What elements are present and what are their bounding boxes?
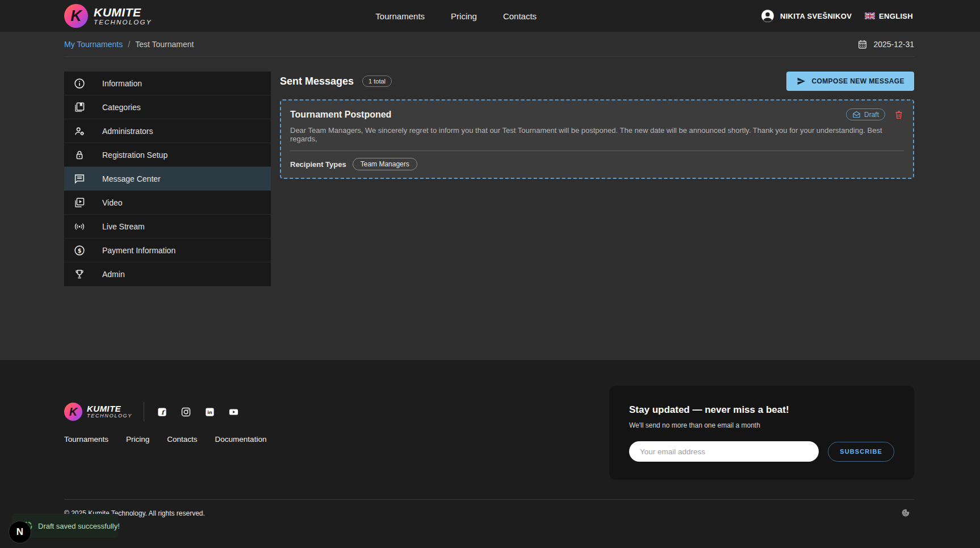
card-divider <box>290 150 904 151</box>
message-count-badge: 1 total <box>362 76 392 87</box>
sidebar-item-video[interactable]: Video <box>64 191 271 215</box>
dev-badge-letter: N <box>16 526 23 538</box>
tournament-date: 2025-12-31 <box>857 39 914 50</box>
sidebar-item-admin[interactable]: Admin <box>64 262 271 286</box>
breadcrumb: My Tournaments / Test Tournament <box>64 40 194 49</box>
sidebar-item-payment-information[interactable]: $ Payment Information <box>64 239 271 262</box>
content-area: Information Categories Administrators Re… <box>0 57 980 360</box>
broadcast-icon <box>73 220 86 233</box>
uk-flag-icon <box>865 12 875 19</box>
footer-brand-name: KUMITE <box>87 404 132 413</box>
info-icon <box>73 77 86 90</box>
footer-link-pricing[interactable]: Pricing <box>126 435 149 444</box>
brand-k-letter: K <box>69 405 77 419</box>
nav-link-contacts[interactable]: Contacts <box>503 11 537 21</box>
calendar-icon <box>857 39 868 50</box>
linkedin-icon[interactable]: in <box>204 407 215 417</box>
breadcrumb-separator: / <box>128 40 130 49</box>
sidebar-item-label: Video <box>102 198 123 207</box>
newsletter-title: Stay updated — never miss a beat! <box>629 404 894 416</box>
user-area: NIKITA SVEŠNIKOV ENGLISH <box>760 9 913 23</box>
language-label: ENGLISH <box>879 12 913 20</box>
svg-text:$: $ <box>78 247 82 253</box>
facebook-icon[interactable]: f <box>157 407 167 417</box>
top-navbar: K KUMITE TECHNOLOGY Tournaments Pricing … <box>0 0 980 32</box>
compose-button-label: COMPOSE NEW MESSAGE <box>811 77 904 85</box>
sidebar-item-information[interactable]: Information <box>64 72 271 95</box>
dev-tools-badge[interactable]: N <box>9 521 31 543</box>
brand-k-letter: K <box>70 7 82 25</box>
video-library-icon <box>73 196 86 209</box>
footer-divider <box>64 499 914 500</box>
brand-tagline: TECHNOLOGY <box>94 19 152 26</box>
sidebar-item-categories[interactable]: Categories <box>64 95 271 119</box>
main-header: Sent Messages 1 total COMPOSE NEW MESSAG… <box>280 72 914 91</box>
footer-left: K KUMITE TECHNOLOGY f in <box>64 402 266 444</box>
chat-icon <box>73 173 86 185</box>
sidebar-item-label: Payment Information <box>102 246 175 255</box>
brand-logo[interactable]: K KUMITE TECHNOLOGY <box>64 4 152 28</box>
manage-accounts-icon <box>73 125 86 137</box>
message-center-panel: Sent Messages 1 total COMPOSE NEW MESSAG… <box>280 72 914 360</box>
sidebar-item-label: Live Stream <box>102 222 145 231</box>
sidebar-item-label: Administrators <box>102 127 153 136</box>
tournament-sidebar: Information Categories Administrators Re… <box>64 72 271 286</box>
footer-link-tournaments[interactable]: Tournaments <box>64 435 108 444</box>
brand-text: KUMITE TECHNOLOGY <box>94 6 152 26</box>
draft-status-badge: Draft <box>846 108 885 120</box>
sidebar-item-administrators[interactable]: Administrators <box>64 119 271 143</box>
instagram-icon[interactable] <box>181 407 191 417</box>
page-title: Sent Messages <box>280 76 354 87</box>
sidebar-item-label: Admin <box>102 270 125 279</box>
sidebar-item-label: Message Center <box>102 174 161 183</box>
sidebar-item-label: Categories <box>102 103 141 112</box>
newsletter-subtitle: We'll send no more than one email a mont… <box>629 421 894 429</box>
copyright-text: © 2025 Kumite Technology. All rights res… <box>64 509 914 517</box>
footer-link-contacts[interactable]: Contacts <box>167 435 197 444</box>
footer-link-documentation[interactable]: Documentation <box>215 435 267 444</box>
draft-message-card[interactable]: Tournament Postponed Draft Dear Team Man… <box>280 99 914 179</box>
delete-message-button[interactable] <box>894 110 904 120</box>
sidebar-item-live-stream[interactable]: Live Stream <box>64 215 271 239</box>
breadcrumb-parent-link[interactable]: My Tournaments <box>64 40 123 49</box>
recipient-chip: Team Managers <box>353 158 417 170</box>
recipient-types-label: Recipient Types <box>290 160 346 169</box>
sidebar-item-message-center[interactable]: Message Center <box>64 167 271 191</box>
nav-link-tournaments[interactable]: Tournaments <box>375 11 425 21</box>
sidebar-item-label: Registration Setup <box>102 150 167 160</box>
brand-name: KUMITE <box>94 6 152 19</box>
brand-logo-icon: K <box>64 4 88 28</box>
message-title: Tournament Postponed <box>290 110 391 120</box>
user-name[interactable]: NIKITA SVEŠNIKOV <box>780 12 852 20</box>
send-icon <box>796 76 806 86</box>
message-card-header: Tournament Postponed Draft <box>290 108 904 120</box>
footer-brand-logo-icon[interactable]: K <box>64 403 82 421</box>
bookmarks-icon <box>73 101 86 114</box>
social-links: f in <box>157 407 239 417</box>
draft-envelope-icon <box>852 110 861 119</box>
date-value: 2025-12-31 <box>873 40 914 49</box>
language-selector[interactable]: ENGLISH <box>865 12 913 20</box>
footer-brand-tagline: TECHNOLOGY <box>87 413 132 419</box>
nav-link-pricing[interactable]: Pricing <box>451 11 477 21</box>
email-input[interactable] <box>629 441 819 462</box>
compose-new-message-button[interactable]: COMPOSE NEW MESSAGE <box>786 72 914 91</box>
footer-nav: Tournaments Pricing Contacts Documentati… <box>64 435 266 444</box>
recipient-row: Recipient Types Team Managers <box>290 158 904 170</box>
account-circle-icon[interactable] <box>760 9 775 23</box>
trophy-icon <box>73 268 86 281</box>
page-footer: K KUMITE TECHNOLOGY f in <box>0 360 980 548</box>
breadcrumb-current: Test Tournament <box>135 40 194 49</box>
svg-text:in: in <box>207 409 212 415</box>
message-body: Dear Team Managers, We sincerely regret … <box>290 126 904 143</box>
newsletter-box: Stay updated — never miss a beat! We'll … <box>609 386 914 480</box>
main-nav: Tournaments Pricing Contacts <box>152 11 760 21</box>
newsletter-form: SUBSCRIBE <box>629 441 894 462</box>
cookie-settings-icon[interactable] <box>901 508 911 518</box>
subscribe-button[interactable]: SUBSCRIBE <box>828 442 894 462</box>
sidebar-item-label: Information <box>102 79 142 88</box>
lock-icon <box>73 149 86 161</box>
sidebar-item-registration-setup[interactable]: Registration Setup <box>64 143 271 167</box>
youtube-icon[interactable] <box>228 407 239 417</box>
dollar-circle-icon: $ <box>73 244 86 257</box>
